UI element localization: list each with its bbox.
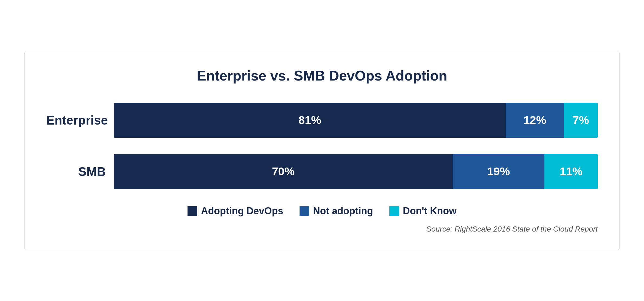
enterprise-bar: 81% 12% 7% [114,103,598,138]
smb-not-adopting-segment: 19% [453,154,545,189]
source-text: Source: RightScale 2016 State of the Clo… [46,225,598,233]
smb-bar: 70% 19% 11% [114,154,598,189]
enterprise-not-adopting-segment: 12% [506,103,564,138]
dont-know-swatch [389,206,399,216]
not-adopting-swatch [300,206,309,216]
adopting-label: Adopting DevOps [201,205,283,217]
not-adopting-label: Not adopting [313,205,373,217]
chart-container: Enterprise vs. SMB DevOps Adoption Enter… [24,51,620,250]
dont-know-label: Don't Know [403,205,457,217]
chart-title: Enterprise vs. SMB DevOps Adoption [46,68,598,84]
smb-dont-know-segment: 11% [544,154,598,189]
smb-label: SMB [46,164,106,179]
smb-row: SMB 70% 19% 11% [46,154,598,189]
enterprise-adopting-segment: 81% [114,103,506,138]
legend-adopting: Adopting DevOps [188,205,283,217]
enterprise-dont-know-segment: 7% [564,103,598,138]
legend-not-adopting: Not adopting [300,205,373,217]
smb-adopting-segment: 70% [114,154,453,189]
adopting-swatch [188,206,197,216]
chart-rows: Enterprise 81% 12% 7% SMB 70% [46,103,598,189]
enterprise-row: Enterprise 81% 12% 7% [46,103,598,138]
legend-dont-know: Don't Know [389,205,457,217]
chart-legend: Adopting DevOps Not adopting Don't Know [46,205,598,217]
enterprise-label: Enterprise [46,113,106,128]
